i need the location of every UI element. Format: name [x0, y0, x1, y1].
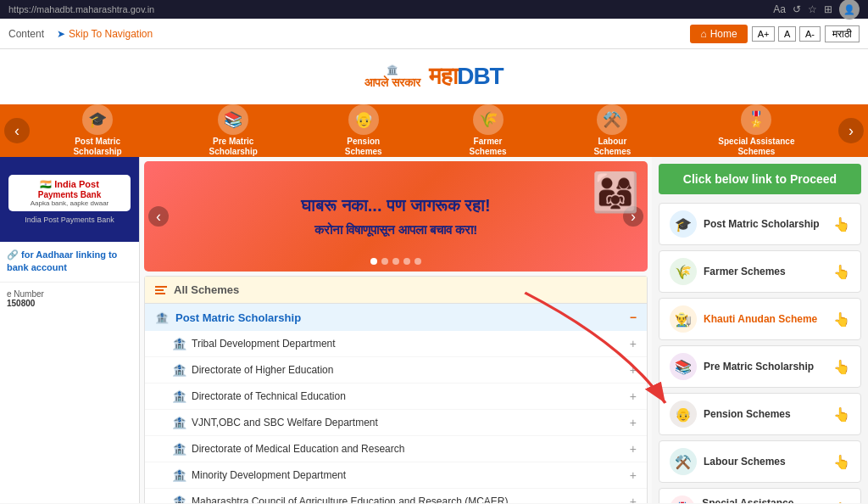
- schemes-section: All Schemes 🏦 Post Matric Scholarship − …: [144, 276, 648, 503]
- left-sidebar: 🇮🇳 India Post Payments Bank Aapka bank, …: [0, 157, 140, 503]
- bank-card: 🇮🇳 India Post Payments Bank Aapka bank, …: [0, 157, 139, 242]
- scheme-item-icon: 🏦: [172, 442, 186, 456]
- category-item-3[interactable]: 🌾 FarmerSchemes: [463, 100, 514, 161]
- scheme-list-item[interactable]: 🏦Directorate of Medical Education and Re…: [145, 436, 647, 462]
- home-icon: ⌂: [700, 28, 706, 40]
- scheme-item-icon: 🏦: [172, 416, 186, 429]
- quick-link-icon-0: 🎓: [670, 210, 697, 238]
- banner: ‹ घाबरू नका... पण जागरूक रहा! करोना विषा…: [144, 161, 648, 272]
- quick-link-item-5[interactable]: ⚒️ Labour Schemes 👆: [659, 440, 861, 483]
- scheme-group-header-post-matric[interactable]: 🏦 Post Matric Scholarship −: [145, 304, 647, 331]
- hand-icon-6: 👆: [833, 501, 850, 504]
- cat-nav-prev[interactable]: ‹: [4, 118, 30, 143]
- category-item-2[interactable]: 👴 PensionSchemes: [338, 100, 389, 161]
- font-increase-button[interactable]: A+: [752, 26, 776, 42]
- banner-dots: [370, 258, 421, 265]
- quick-link-icon-6: 🎖️: [670, 496, 695, 503]
- category-icon-2: 👴: [348, 104, 379, 135]
- schemes-header: All Schemes: [145, 277, 647, 304]
- hand-icon-2: 👆: [833, 311, 850, 328]
- quick-links-list: 🎓 Post Matric Scholarship 👆 🌾 Farmer Sch…: [659, 203, 861, 503]
- cat-nav-next[interactable]: ›: [838, 118, 864, 143]
- quick-link-item-0[interactable]: 🎓 Post Matric Scholarship 👆: [659, 203, 861, 245]
- quick-link-icon-3: 📚: [670, 353, 697, 380]
- quick-link-icon-2: 👨‍🌾: [670, 305, 697, 333]
- category-item-1[interactable]: 📚 Pre MatricScholarship: [203, 100, 264, 161]
- category-icon-4: ⚒️: [597, 104, 627, 135]
- banner-prev[interactable]: ‹: [148, 206, 169, 227]
- aple-sarkar-logo: 🏛️ आपले सरकार: [364, 64, 420, 90]
- scheme-list-item[interactable]: 🏦Directorate of Higher Education+: [145, 357, 647, 384]
- category-item-4[interactable]: ⚒️ LabourSchemes: [587, 100, 637, 161]
- hand-icon-0: 👆: [833, 216, 850, 232]
- expand-icon: +: [630, 468, 637, 482]
- bank-notice: 🔗 for Aadhaar linking to bank account: [0, 242, 139, 282]
- browser-avatar[interactable]: 👤: [839, 0, 860, 20]
- category-icon-1: 📚: [218, 104, 248, 135]
- scheme-group-post-matric: 🏦 Post Matric Scholarship − 🏦Tribal Deve…: [145, 304, 647, 503]
- scheme-item-icon: 🏦: [172, 363, 186, 377]
- sidebar-phone-info: e Number 150800: [0, 282, 139, 315]
- nav-bar: Content ➤ Skip To Navigation ⌂ Home A+ A…: [0, 19, 868, 49]
- hand-icon-5: 👆: [833, 454, 850, 470]
- quick-link-item-4[interactable]: 👴 Pension Schemes 👆: [659, 393, 861, 435]
- hand-icon-3: 👆: [833, 359, 850, 375]
- logo-bar: 🏛️ आपले सरकार महाDBT: [0, 49, 868, 104]
- scheme-item-icon: 🏦: [172, 389, 186, 403]
- quick-link-icon-4: 👴: [670, 400, 697, 428]
- scheme-list-item[interactable]: 🏦VJNT,OBC and SBC Welfare Department+: [145, 410, 647, 436]
- skip-content-link[interactable]: Content: [8, 28, 44, 40]
- browser-icon-2: ↺: [793, 3, 801, 15]
- skip-nav-link[interactable]: ➤ Skip To Navigation: [57, 28, 153, 40]
- hand-icon-4: 👆: [833, 406, 850, 423]
- quick-link-item-2[interactable]: 👨‍🌾 Khauti Anudan Scheme 👆: [659, 298, 861, 340]
- scheme-list-item[interactable]: 🏦Minority Development Department+: [145, 462, 647, 489]
- center-content: ‹ घाबरू नका... पण जागरूक रहा! करोना विषा…: [140, 157, 652, 503]
- category-icon-0: 🎓: [82, 104, 113, 135]
- font-decrease-button[interactable]: A-: [799, 26, 821, 42]
- category-item-0[interactable]: 🎓 Post MatricScholarship: [66, 100, 128, 161]
- banner-line1: घाबरू नका... पण जागरूक रहा!: [301, 196, 491, 216]
- font-normal-button[interactable]: A: [778, 26, 796, 42]
- expand-icon: +: [630, 416, 637, 429]
- expand-icon: +: [630, 442, 637, 456]
- category-item-5[interactable]: 🎖️ Special AssistanceSchemes: [711, 100, 801, 161]
- scheme-items-list: 🏦Tribal Development Department+🏦Director…: [145, 331, 647, 503]
- expand-icon: +: [630, 363, 637, 377]
- scheme-list-item[interactable]: 🏦Maharashtra Council of Agriculture Educ…: [145, 489, 647, 503]
- category-icon-5: 🎖️: [741, 104, 771, 135]
- browser-icon-1: Aa: [773, 3, 786, 15]
- banner-line2: करोना विषाणूपासून आपला बचाव करा!: [301, 222, 491, 238]
- home-button[interactable]: ⌂ Home: [690, 25, 747, 43]
- expand-icon: +: [630, 389, 637, 403]
- scheme-item-icon: 🏦: [172, 337, 186, 350]
- bank-institution-icon: 🏦: [155, 311, 169, 324]
- browser-icon-3: ☆: [808, 3, 817, 15]
- category-nav: ‹ 🎓 Post MatricScholarship📚 Pre MatricSc…: [0, 104, 868, 157]
- quick-link-item-1[interactable]: 🌾 Farmer Schemes 👆: [659, 250, 861, 293]
- browser-bar: https://mahadbt.maharashtra.gov.in Aa ↺ …: [0, 0, 868, 19]
- right-panel: Click below link to Proceed 🎓 Post Matri…: [652, 157, 868, 503]
- collapse-icon: −: [630, 311, 637, 324]
- quick-link-item-3[interactable]: 📚 Pre Matric Scholarship 👆: [659, 345, 861, 388]
- scheme-list-item[interactable]: 🏦Directorate of Technical Education+: [145, 384, 647, 410]
- scheme-list-item[interactable]: 🏦Tribal Development Department+: [145, 331, 647, 357]
- hand-icon-1: 👆: [833, 264, 850, 280]
- expand-icon: +: [630, 337, 637, 350]
- quick-link-item-6[interactable]: 🎖️ Special Assistance Schemes 👆: [659, 488, 861, 503]
- category-icon-3: 🌾: [473, 104, 504, 135]
- quick-link-icon-1: 🌾: [670, 258, 697, 285]
- proceed-header: Click below link to Proceed: [659, 164, 861, 194]
- expand-icon: +: [630, 495, 637, 503]
- banner-icon: 👨‍👩‍👧: [592, 170, 639, 215]
- browser-icon-4: ⊞: [824, 3, 832, 15]
- language-button[interactable]: मराठी: [825, 25, 860, 42]
- browser-url: https://mahadbt.maharashtra.gov.in: [8, 4, 154, 14]
- scheme-item-icon: 🏦: [172, 468, 186, 482]
- maha-dbt-logo: महाDBT: [429, 63, 504, 91]
- quick-link-icon-5: ⚒️: [670, 448, 697, 475]
- scheme-item-icon: 🏦: [172, 495, 186, 503]
